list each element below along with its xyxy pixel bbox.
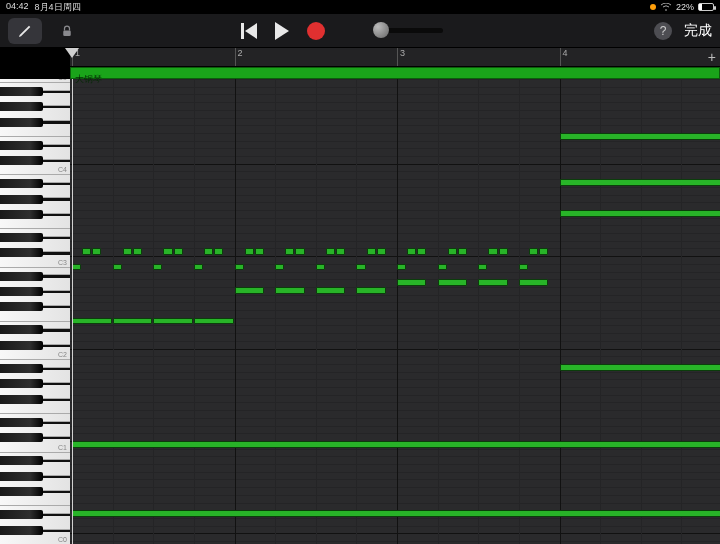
midi-note[interactable] — [72, 264, 81, 271]
midi-note[interactable] — [560, 364, 721, 371]
status-date: 8月4日周四 — [35, 1, 81, 14]
midi-note[interactable] — [478, 264, 487, 271]
ruler-bar-2: 2 — [235, 48, 243, 66]
add-section-button[interactable]: + — [708, 50, 716, 64]
midi-note[interactable] — [72, 441, 720, 448]
midi-note[interactable] — [356, 287, 385, 294]
play-icon — [275, 22, 289, 40]
region-header[interactable]: 大钢琴 — [70, 67, 720, 79]
midi-note[interactable] — [560, 179, 721, 186]
midi-note[interactable] — [519, 279, 548, 286]
midi-note[interactable] — [458, 248, 467, 255]
octave-label: C5 — [58, 79, 67, 81]
midi-note[interactable] — [163, 248, 172, 255]
record-button[interactable] — [307, 22, 325, 40]
midi-note[interactable] — [326, 248, 335, 255]
midi-note[interactable] — [174, 248, 183, 255]
done-button[interactable]: 完成 — [684, 22, 712, 40]
help-icon: ? — [660, 24, 667, 38]
midi-note[interactable] — [113, 264, 122, 271]
midi-note[interactable] — [113, 318, 153, 325]
octave-label: C2 — [58, 351, 67, 358]
battery-percent: 22% — [676, 2, 694, 12]
midi-note[interactable] — [72, 318, 112, 325]
ruler-bar-4: 4 — [560, 48, 568, 66]
midi-note[interactable] — [153, 264, 162, 271]
midi-note[interactable] — [133, 248, 142, 255]
midi-note[interactable] — [529, 248, 538, 255]
midi-note[interactable] — [295, 248, 304, 255]
go-to-start-button[interactable] — [241, 23, 257, 39]
playhead-line[interactable] — [72, 79, 73, 544]
midi-note[interactable] — [417, 248, 426, 255]
piano-keyboard[interactable]: C0C1C2C3C4C5 — [0, 79, 70, 544]
midi-note[interactable] — [275, 287, 304, 294]
lock-icon — [62, 24, 72, 38]
play-button[interactable] — [275, 22, 289, 40]
toolbar: ? 完成 — [0, 14, 720, 48]
midi-note[interactable] — [255, 248, 264, 255]
timeline-ruler[interactable]: + 1234 — [70, 48, 720, 67]
midi-note[interactable] — [407, 248, 416, 255]
midi-note[interactable] — [285, 248, 294, 255]
midi-note[interactable] — [488, 248, 497, 255]
midi-note[interactable] — [367, 248, 376, 255]
svg-line-1 — [470, 22, 474, 30]
midi-note[interactable] — [448, 248, 457, 255]
midi-note[interactable] — [397, 264, 406, 271]
midi-note[interactable] — [316, 264, 325, 271]
battery-icon — [698, 3, 714, 11]
midi-note[interactable] — [377, 248, 386, 255]
metronome-icon — [461, 20, 479, 38]
octave-label: C1 — [58, 444, 67, 451]
ruler-bar-3: 3 — [397, 48, 405, 66]
midi-note[interactable] — [438, 264, 447, 271]
midi-note[interactable] — [519, 264, 528, 271]
midi-note[interactable] — [316, 287, 345, 294]
record-icon — [307, 22, 325, 40]
octave-label: C0 — [58, 536, 67, 543]
midi-note[interactable] — [123, 248, 132, 255]
midi-note[interactable] — [153, 318, 193, 325]
midi-note[interactable] — [539, 248, 548, 255]
midi-note[interactable] — [214, 248, 223, 255]
lock-button[interactable] — [50, 18, 84, 44]
help-button[interactable]: ? — [654, 22, 672, 40]
midi-note[interactable] — [397, 279, 426, 286]
midi-note[interactable] — [356, 264, 365, 271]
status-bar: 04:42 8月4日周四 22% — [0, 0, 720, 14]
status-time: 04:42 — [6, 1, 29, 14]
playhead-marker[interactable] — [65, 48, 79, 58]
edit-button[interactable] — [8, 18, 42, 44]
wifi-icon — [660, 3, 672, 11]
midi-note[interactable] — [72, 510, 720, 517]
master-volume-slider[interactable] — [373, 28, 443, 33]
midi-note[interactable] — [275, 264, 284, 271]
workspace: 大钢琴 C0C1C2C3C4C5 — [0, 48, 720, 544]
octave-label: C3 — [58, 259, 67, 266]
midi-note[interactable] — [235, 264, 244, 271]
midi-note[interactable] — [92, 248, 101, 255]
slider-knob[interactable] — [373, 22, 389, 38]
piano-roll-grid[interactable] — [70, 79, 720, 544]
midi-note[interactable] — [204, 248, 213, 255]
midi-note[interactable] — [560, 210, 721, 217]
octave-label: C4 — [58, 166, 67, 173]
midi-note[interactable] — [560, 133, 721, 140]
svg-rect-0 — [63, 30, 71, 36]
midi-note[interactable] — [194, 264, 203, 271]
region-name: 大钢琴 — [71, 74, 102, 84]
recording-indicator-icon — [650, 4, 656, 10]
midi-note[interactable] — [194, 318, 234, 325]
midi-note[interactable] — [82, 248, 91, 255]
midi-note[interactable] — [235, 287, 264, 294]
midi-note[interactable] — [499, 248, 508, 255]
metronome-button[interactable] — [461, 20, 479, 42]
pencil-icon — [17, 23, 33, 39]
midi-note[interactable] — [478, 279, 507, 286]
midi-note[interactable] — [438, 279, 467, 286]
midi-note[interactable] — [245, 248, 254, 255]
midi-note[interactable] — [336, 248, 345, 255]
